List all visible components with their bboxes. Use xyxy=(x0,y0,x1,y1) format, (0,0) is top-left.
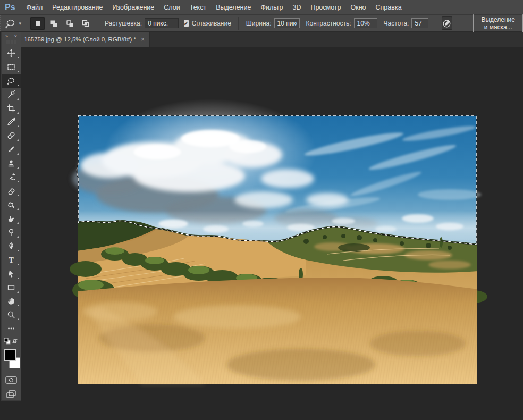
width-input[interactable] xyxy=(274,18,300,28)
checkmark-icon: ✓ xyxy=(184,20,189,27)
separator xyxy=(435,17,435,30)
crop-icon xyxy=(7,104,15,113)
tools-panel: » × xyxy=(1,32,21,401)
document-tab[interactable]: 165759.jpg @ 12,5% (Слой 0, RGB/8#) * × xyxy=(21,32,150,47)
swap-arrows-icon xyxy=(11,338,19,345)
menu-image[interactable]: Изображение xyxy=(108,0,159,15)
crop-tool[interactable] xyxy=(2,102,21,115)
menu-filter[interactable]: Фильтр xyxy=(256,0,288,15)
eyedropper-tool[interactable] xyxy=(2,115,21,129)
clone-stamp-tool[interactable] xyxy=(2,156,21,170)
tool-preset-picker[interactable]: ▾ xyxy=(5,18,21,29)
frequency-label: Частота: xyxy=(384,20,409,27)
selection-mode-group xyxy=(30,17,92,30)
new-selection-icon xyxy=(33,19,42,28)
pen-tool[interactable] xyxy=(2,239,21,253)
edit-toolbar-button[interactable] xyxy=(2,322,21,335)
add-selection-icon xyxy=(49,19,58,28)
eraser-icon xyxy=(7,187,15,195)
paint-bucket-icon xyxy=(7,200,15,209)
separator xyxy=(97,17,97,30)
history-brush-tool[interactable] xyxy=(2,170,21,184)
options-bar-grip[interactable] xyxy=(0,15,2,31)
menu-view[interactable]: Просмотр xyxy=(306,0,345,15)
contrast-label: Контрастность: xyxy=(306,20,351,27)
menu-window[interactable]: Окно xyxy=(346,0,371,15)
path-select-arrow-icon xyxy=(7,270,15,278)
zoom-tool[interactable] xyxy=(2,308,21,322)
tool-options-bar: ▾ Растушевка: ✓ Сглаживание Ширина: Конт… xyxy=(0,15,523,32)
menu-file[interactable]: Файл xyxy=(22,0,48,15)
menu-3d[interactable]: 3D xyxy=(288,0,306,15)
hand-icon xyxy=(7,297,15,305)
move-icon xyxy=(7,49,15,57)
document-tab-strip: 165759.jpg @ 12,5% (Слой 0, RGB/8#) * × xyxy=(21,32,523,47)
type-icon: T xyxy=(7,256,15,264)
quick-mask-button[interactable] xyxy=(2,374,21,387)
color-swatches xyxy=(2,348,22,373)
rectangle-icon xyxy=(7,283,15,292)
dodge-icon xyxy=(7,228,15,237)
tab-close-icon[interactable]: × xyxy=(141,36,145,43)
dodge-tool[interactable] xyxy=(2,225,21,239)
intersect-selection-button[interactable] xyxy=(78,17,92,30)
pen-pressure-toggle[interactable] xyxy=(442,16,452,30)
select-and-mask-button[interactable]: Выделение и маска... xyxy=(473,14,523,33)
menu-help[interactable]: Справка xyxy=(371,0,407,15)
pen-icon xyxy=(7,242,15,250)
panel-grip[interactable] xyxy=(6,40,16,44)
antialias-checkbox[interactable]: ✓ xyxy=(184,20,189,27)
width-label: Ширина: xyxy=(246,20,272,27)
contrast-input[interactable] xyxy=(354,18,377,28)
default-colors-icon xyxy=(4,338,11,345)
spot-healing-brush-tool[interactable] xyxy=(2,129,21,142)
brush-tool[interactable] xyxy=(2,142,21,156)
subtract-selection-icon xyxy=(65,19,74,28)
magnifier-icon xyxy=(7,310,15,319)
intersect-selection-icon xyxy=(81,19,90,28)
pen-pressure-icon xyxy=(442,19,452,28)
marquee-icon xyxy=(7,63,15,71)
history-brush-icon xyxy=(7,173,15,181)
magnetic-lasso-icon xyxy=(6,76,16,86)
document-tab-title: 165759.jpg @ 12,5% (Слой 0, RGB/8#) * xyxy=(24,36,136,43)
hand-tool[interactable] xyxy=(2,295,21,308)
move-tool[interactable] xyxy=(2,46,21,60)
new-selection-button[interactable] xyxy=(30,17,45,30)
tools-panel-header: » × xyxy=(2,32,21,40)
separator xyxy=(238,17,239,30)
canvas-image[interactable] xyxy=(78,115,477,384)
smudge-tool[interactable] xyxy=(2,212,21,225)
add-to-selection-button[interactable] xyxy=(46,17,61,30)
feather-input[interactable] xyxy=(145,18,179,28)
magnetic-lasso-tool[interactable] xyxy=(2,74,21,88)
eraser-tool[interactable] xyxy=(2,184,21,198)
feather-label: Растушевка: xyxy=(105,20,142,27)
rectangle-shape-tool[interactable] xyxy=(2,281,21,295)
quick-mask-icon xyxy=(5,376,18,384)
paint-bucket-tool[interactable] xyxy=(2,198,21,212)
menu-edit[interactable]: Редактирование xyxy=(47,0,107,15)
menu-layers[interactable]: Слои xyxy=(159,0,184,15)
subtract-from-selection-button[interactable] xyxy=(62,17,77,30)
collapse-panel-icon[interactable]: » xyxy=(5,33,8,39)
separator xyxy=(459,17,459,30)
default-colors-button[interactable] xyxy=(4,338,11,347)
menu-select[interactable]: Выделение xyxy=(211,0,256,15)
path-selection-tool[interactable] xyxy=(2,267,21,281)
magnetic-lasso-icon xyxy=(5,18,16,29)
separator xyxy=(26,17,26,30)
swap-colors-button[interactable] xyxy=(11,338,19,347)
rectangular-marquee-tool[interactable] xyxy=(2,60,21,74)
quick-selection-tool[interactable] xyxy=(2,88,21,102)
frequency-input[interactable] xyxy=(411,18,428,28)
close-panel-icon[interactable]: × xyxy=(14,33,17,39)
foreground-color-swatch[interactable] xyxy=(4,349,16,361)
antialias-label: Сглаживание xyxy=(192,20,231,27)
healing-brush-icon xyxy=(7,131,15,140)
menu-type[interactable]: Текст xyxy=(185,0,211,15)
svg-text:T: T xyxy=(9,256,14,264)
screen-mode-button[interactable] xyxy=(2,388,21,400)
type-tool[interactable]: T xyxy=(2,253,21,267)
brush-icon xyxy=(7,145,15,154)
